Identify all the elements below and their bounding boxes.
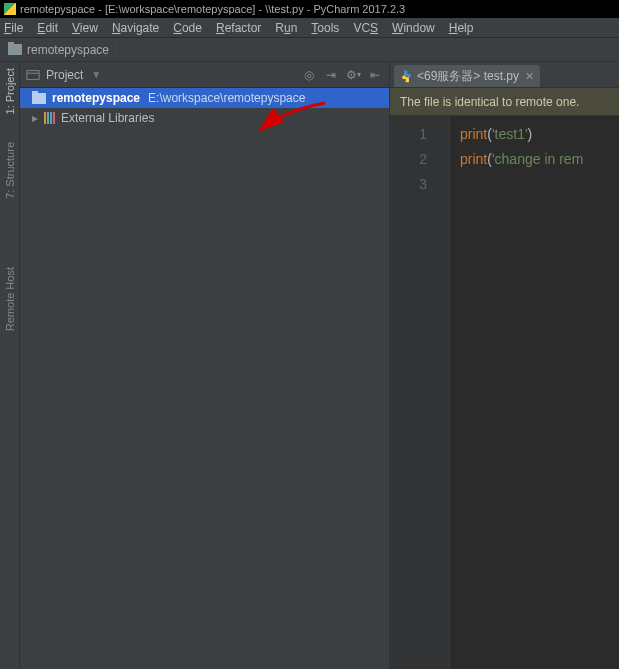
menu-view[interactable]: View [72,21,98,35]
menu-edit[interactable]: Edit [37,21,58,35]
tree-item-external-libraries[interactable]: ▸ External Libraries [20,108,389,128]
tool-remote-host[interactable]: Remote Host [4,267,16,331]
hide-icon[interactable]: ⇤ [367,67,383,83]
tree-item-project-root[interactable]: remotepyspace E:\workspace\remotepyspace [20,88,389,108]
window-title: remotepyspace - [E:\workspace\remotepysp… [20,3,405,15]
menu-tools[interactable]: Tools [311,21,339,35]
library-icon [44,112,55,124]
tool-project[interactable]: 1: Project [4,68,16,114]
code-editor[interactable]: 1 2 3 print('test1')print('change in rem [390,116,619,669]
tab-label: <69服务器> test.py [417,68,519,85]
tree-item-name: remotepyspace [52,91,140,105]
menu-help[interactable]: Help [449,21,474,35]
banner-text: The file is identical to remote one. [400,95,579,109]
tree-item-name: External Libraries [61,111,154,125]
svg-rect-0 [27,70,39,79]
menu-vcs[interactable]: VCS [353,21,378,35]
menu-run[interactable]: Run [275,21,297,35]
project-view-icon [26,68,40,82]
folder-icon [8,44,22,55]
menu-navigate[interactable]: Navigate [112,21,159,35]
project-panel-title: Project [46,68,83,82]
breadcrumb[interactable]: remotepyspace 〉 [0,38,619,62]
menubar: File Edit View Navigate Code Refactor Ru… [0,18,619,38]
collapse-all-icon[interactable]: ⇥ [323,67,339,83]
breadcrumb-label: remotepyspace [27,43,109,57]
folder-icon [32,93,46,104]
chevron-down-icon[interactable]: ▼ [91,69,101,80]
project-panel: Project ▼ ◎ ⇥ ⚙▾ ⇤ remotepyspace E:\work… [20,62,390,669]
expand-arrow-icon[interactable]: ▸ [32,111,42,125]
code-content[interactable]: print('test1')print('change in rem [450,116,619,669]
scroll-from-source-icon[interactable]: ◎ [301,67,317,83]
line-number: 2 [390,147,427,172]
menu-window[interactable]: Window [392,21,435,35]
tool-window-bar-left: 1: Project 7: Structure Remote Host [0,62,20,669]
gear-icon[interactable]: ⚙▾ [345,67,361,83]
editor-tab[interactable]: <69服务器> test.py ✕ [394,65,540,87]
menu-file[interactable]: File [4,21,23,35]
line-number-gutter: 1 2 3 [390,116,450,669]
app-icon [4,3,16,15]
editor-area: <69服务器> test.py ✕ The file is identical … [390,62,619,669]
menu-refactor[interactable]: Refactor [216,21,261,35]
tree-item-path: E:\workspace\remotepyspace [148,91,305,105]
menu-code[interactable]: Code [173,21,202,35]
line-number: 3 [390,172,427,197]
chevron-right-icon: 〉 [113,41,125,58]
window-titlebar: remotepyspace - [E:\workspace\remotepysp… [0,0,619,18]
line-number: 1 [390,122,427,147]
python-file-icon [400,70,413,83]
notification-banner: The file is identical to remote one. [390,88,619,116]
editor-tabbar: <69服务器> test.py ✕ [390,62,619,88]
project-tree[interactable]: remotepyspace E:\workspace\remotepyspace… [20,88,389,669]
project-panel-header: Project ▼ ◎ ⇥ ⚙▾ ⇤ [20,62,389,88]
tool-structure[interactable]: 7: Structure [4,142,16,199]
close-icon[interactable]: ✕ [525,70,534,83]
